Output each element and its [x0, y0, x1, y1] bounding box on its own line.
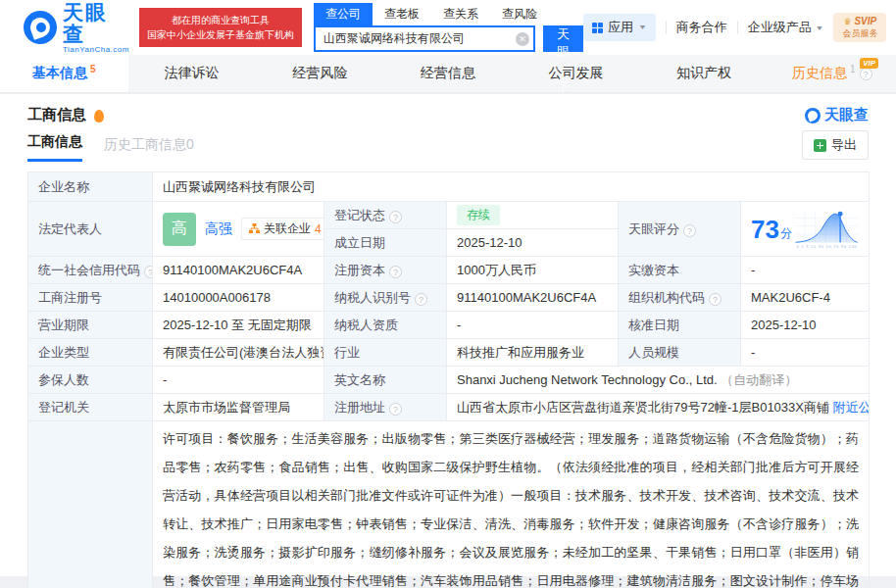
org-code-value: MAK2U6CF-4 [741, 284, 870, 312]
avatar[interactable]: 高 [163, 213, 196, 246]
reg-number-value: 14010000A006178 [153, 284, 324, 312]
tianyancha-watermark-icon [805, 108, 821, 123]
reg-number-label: 工商注册号 [28, 284, 153, 312]
industry-value: 科技推广和应用服务业 [447, 339, 619, 367]
export-button[interactable]: 导出 [802, 130, 869, 160]
search-input[interactable] [314, 25, 535, 52]
address-label: 注册地址 [324, 394, 447, 421]
legal-rep-link[interactable]: 高强 [205, 220, 232, 238]
help-icon[interactable] [389, 211, 402, 223]
credit-code-label-text: 统一社会信用代码 [38, 263, 140, 277]
flame-icon [94, 110, 104, 122]
company-type-value: 有限责任公司(港澳台法人独资) [153, 339, 324, 367]
chevron-down-icon [638, 24, 647, 31]
tab-operating-risk[interactable]: 经营风险 [256, 55, 384, 92]
score-label: 天眼评分 [619, 202, 741, 257]
help-icon[interactable] [144, 266, 153, 278]
logo-title: 天眼查 [63, 2, 129, 45]
tab-operating-risk-label: 经营风险 [292, 65, 347, 82]
tab-history-info-label: 历史信息 [792, 65, 847, 82]
tab-legal-litigation-label: 法律诉讼 [165, 65, 220, 82]
taxpayer-quality-label: 纳税人资质 [324, 312, 447, 339]
org-code-label: 组织机构代码 [619, 284, 741, 312]
score-cell[interactable]: 73 分 [741, 202, 870, 257]
excel-icon [814, 139, 826, 152]
table-row: 参保人数 - 英文名称 Shanxi Jucheng Network Techn… [28, 367, 870, 394]
tab-business-info[interactable]: 经营信息 [384, 55, 513, 92]
search-tab-risk[interactable]: 查风险 [490, 3, 549, 25]
related-companies-badge[interactable]: 关联企业 4 [241, 218, 324, 240]
reg-capital-label: 注册资本 [324, 257, 447, 284]
business-scope-label: 经营范围 [28, 421, 153, 588]
help-icon[interactable] [860, 68, 872, 80]
tab-company-development[interactable]: 公司发展 [512, 55, 640, 92]
insured-count-value: - [153, 367, 324, 394]
reg-authority-label: 登记机关 [28, 394, 153, 421]
tab-intellectual-property[interactable]: 知识产权 [640, 55, 769, 92]
divider [666, 21, 667, 34]
table-row: 登记机关 太原市市场监督管理局 注册地址 山西省太原市小店区营盘街道亲贤北街79… [28, 394, 870, 421]
score-value: 73 [751, 217, 779, 242]
svip-member-button[interactable]: ♛ SVIP 会员服务 [833, 13, 886, 42]
score-distribution-chart: 0 1 3 10 30 50 70 90 100 [794, 206, 859, 253]
credit-code-value: 91140100MAK2U6CF4A [153, 257, 324, 284]
industry-label: 行业 [324, 339, 447, 367]
search-button[interactable]: 天眼一下 [543, 25, 583, 52]
business-term-label: 营业期限 [28, 312, 153, 339]
watermark-text: 天眼查 [824, 106, 869, 124]
logo-domain: TianYanCha.com [63, 45, 129, 54]
search-tab-company[interactable]: 查公司 [314, 3, 373, 25]
table-row: 营业期限 2025-12-10 至 无固定期限 纳税人资质 - 核准日期 202… [28, 312, 870, 339]
credit-code-label: 统一社会信用代码 [28, 257, 153, 284]
reg-capital-value: 1000万人民币 [447, 257, 619, 284]
tab-business-info-label: 经营信息 [421, 65, 475, 82]
crown-icon: ♛ [844, 17, 852, 26]
page-nav-tabs: 基本信息 5 法律诉讼 经营风险 经营信息 公司发展 知识产权 VIP 历史信息… [0, 55, 896, 93]
staff-size-label: 人员规模 [619, 339, 741, 367]
status-badge: 存续 [457, 205, 500, 225]
reg-status-label: 登记状态 [324, 202, 447, 229]
tianyancha-logo[interactable]: 天眼查 TianYanCha.com [24, 2, 129, 54]
help-icon[interactable] [389, 266, 402, 278]
watermark-logo: 天眼查 [805, 106, 869, 124]
establish-date-value: 2025-12-10 [447, 229, 619, 257]
help-icon[interactable] [415, 293, 427, 306]
subtab-history-business-info[interactable]: 历史工商信息0 [104, 136, 194, 162]
svip-label: SVIP [854, 16, 876, 26]
paid-capital-label: 实缴资本 [619, 257, 741, 284]
table-row: 法定代表人 高 高强 关联企业 4 [28, 202, 870, 229]
subtab-current-business-info[interactable]: 工商信息 [27, 133, 82, 162]
chevron-down-icon [815, 24, 823, 32]
menu-enterprise-products[interactable]: 企业级产品 [748, 19, 824, 36]
nearby-companies-link[interactable]: 附近公司 [833, 400, 870, 415]
business-scope-text: 许可项目：餐饮服务；生活美容服务；出版物零售；第三类医疗器械经营；理发服务；道路… [163, 424, 859, 588]
clear-icon[interactable] [516, 32, 529, 46]
section-title: 工商信息 [27, 106, 86, 124]
app-grid-icon [592, 23, 603, 33]
related-companies-count: 4 [315, 222, 322, 236]
score-unit: 分 [780, 225, 792, 242]
tab-history-info[interactable]: VIP 历史信息 1 [768, 55, 896, 92]
search-tab-boss[interactable]: 查老板 [373, 3, 431, 25]
company-type-label: 企业类型 [28, 339, 153, 367]
help-icon[interactable] [709, 293, 722, 306]
tab-intellectual-property-label: 知识产权 [676, 65, 731, 82]
approval-date-value: 2025-12-10 [741, 312, 870, 339]
taxpayer-id-value: 91140100MAK2U6CF4A [447, 284, 619, 312]
app-menu[interactable]: 应用 [583, 14, 656, 41]
menu-business-cooperation[interactable]: 商务合作 [676, 19, 727, 36]
promo-banner-line2: 国家中小企业发展子基金旗下机构 [147, 27, 294, 42]
tab-basic-info[interactable]: 基本信息 5 [0, 55, 128, 92]
help-icon[interactable] [683, 224, 696, 237]
tab-legal-litigation[interactable]: 法律诉讼 [128, 55, 257, 92]
search-tab-relation[interactable]: 查关系 [431, 3, 490, 25]
tianyancha-logo-icon [24, 11, 57, 44]
approval-date-label: 核准日期 [619, 312, 741, 339]
help-icon[interactable] [389, 403, 402, 416]
english-name-value: Shanxi Jucheng Network Technology Co., L… [447, 367, 870, 394]
search-area: 查公司 查老板 查关系 查风险 天眼一下 [314, 3, 583, 52]
insured-count-label: 参保人数 [28, 367, 153, 394]
top-bar: 天眼查 TianYanCha.com 都在用的商业查询工具 国家中小企业发展子基… [0, 0, 896, 55]
table-row: 工商注册号 14010000A006178 纳税人识别号 91140100MAK… [28, 284, 870, 312]
paid-capital-value: - [741, 257, 870, 284]
